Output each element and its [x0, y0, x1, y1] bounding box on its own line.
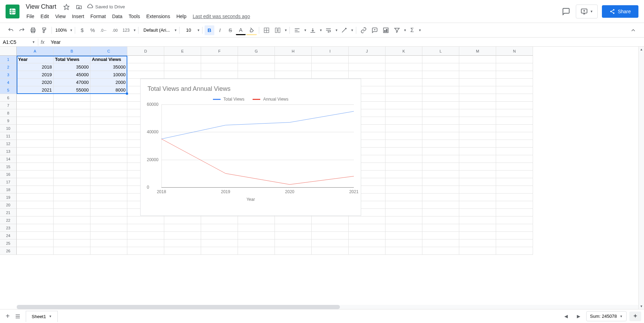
cell[interactable] [349, 216, 385, 224]
share-button[interactable]: Share [602, 5, 638, 18]
cell[interactable] [127, 224, 164, 232]
cell[interactable] [496, 171, 533, 178]
cell[interactable] [385, 232, 422, 239]
cell[interactable] [459, 224, 496, 232]
cell[interactable] [496, 201, 533, 209]
cell[interactable] [422, 132, 459, 140]
cell[interactable] [385, 117, 422, 125]
cell[interactable] [459, 247, 496, 255]
chart-icon[interactable] [381, 25, 391, 35]
cell[interactable] [90, 171, 127, 178]
cell[interactable] [385, 194, 422, 201]
cell[interactable] [385, 71, 422, 79]
cell[interactable] [54, 94, 90, 102]
selection-handle[interactable] [126, 93, 128, 95]
cell[interactable] [90, 201, 127, 209]
cell[interactable]: Annual Views [90, 56, 127, 63]
cell[interactable] [385, 140, 422, 148]
cell[interactable] [496, 216, 533, 224]
column-header[interactable]: C [90, 47, 127, 56]
cell[interactable] [496, 94, 533, 102]
cell[interactable] [54, 201, 90, 209]
cell[interactable] [90, 194, 127, 201]
cell[interactable] [54, 178, 90, 186]
cell[interactable]: 2018 [17, 63, 54, 71]
row-header[interactable]: 20 [0, 201, 17, 209]
cell[interactable] [312, 239, 349, 247]
cell[interactable] [90, 155, 127, 163]
row-header[interactable]: 6 [0, 94, 17, 102]
cell[interactable] [127, 232, 164, 239]
row-header[interactable]: 25 [0, 239, 17, 247]
cell[interactable] [496, 102, 533, 109]
cell[interactable]: 35000 [54, 63, 90, 71]
cell[interactable] [90, 232, 127, 239]
menu-view[interactable]: View [53, 12, 69, 21]
row-header[interactable]: 10 [0, 125, 17, 132]
cell[interactable] [496, 132, 533, 140]
cell[interactable] [201, 247, 238, 255]
print-icon[interactable] [28, 25, 38, 35]
cell[interactable] [385, 201, 422, 209]
cell[interactable] [54, 163, 90, 171]
cell[interactable]: 2021 [17, 86, 54, 94]
comment-icon[interactable] [369, 25, 380, 35]
cell[interactable] [201, 56, 238, 63]
rotate-button[interactable] [339, 25, 349, 35]
cell[interactable] [54, 132, 90, 140]
cell[interactable]: 45000 [54, 71, 90, 79]
formula-input[interactable] [48, 39, 644, 46]
cell[interactable] [90, 216, 127, 224]
cell[interactable] [54, 140, 90, 148]
cell[interactable] [54, 186, 90, 194]
chevron-down-icon[interactable]: ▼ [284, 29, 287, 32]
menu-extensions[interactable]: Extensions [143, 12, 173, 21]
cell[interactable] [385, 155, 422, 163]
format-123[interactable]: 123 [120, 25, 132, 35]
cell[interactable] [90, 186, 127, 194]
cell[interactable] [385, 125, 422, 132]
cell[interactable] [238, 71, 275, 79]
cell[interactable] [422, 102, 459, 109]
cell[interactable] [164, 224, 201, 232]
cell[interactable] [54, 232, 90, 239]
chevron-down-icon[interactable]: ▼ [404, 29, 407, 32]
cell[interactable] [17, 216, 54, 224]
embedded-chart[interactable]: Total Views and Annual Views Total Views… [140, 79, 361, 216]
cell[interactable] [385, 63, 422, 71]
chevron-down-icon[interactable]: ▼ [351, 29, 354, 32]
column-header[interactable]: N [496, 47, 533, 56]
row-header[interactable]: 5 [0, 86, 17, 94]
cell[interactable] [54, 148, 90, 155]
cell[interactable] [385, 109, 422, 117]
cell[interactable] [459, 178, 496, 186]
row-header[interactable]: 12 [0, 140, 17, 148]
cell[interactable] [90, 117, 127, 125]
star-icon[interactable] [62, 2, 71, 11]
wrap-button[interactable] [323, 25, 334, 35]
percent-icon[interactable]: % [88, 25, 97, 35]
cell[interactable] [349, 224, 385, 232]
cell[interactable] [459, 86, 496, 94]
cell[interactable] [496, 186, 533, 194]
cell[interactable] [17, 224, 54, 232]
menu-help[interactable]: Help [174, 12, 189, 21]
cell[interactable] [422, 194, 459, 201]
menu-file[interactable]: File [24, 12, 37, 21]
cell[interactable] [385, 102, 422, 109]
cell[interactable] [459, 232, 496, 239]
cell[interactable] [385, 94, 422, 102]
chevron-down-icon[interactable]: ▼ [319, 29, 323, 32]
cell[interactable] [496, 239, 533, 247]
cell[interactable] [459, 125, 496, 132]
scroll-down-icon[interactable]: ▼ [639, 304, 644, 309]
cell[interactable] [459, 140, 496, 148]
cell[interactable] [349, 63, 385, 71]
cell[interactable] [459, 102, 496, 109]
undo-icon[interactable] [6, 25, 16, 35]
cell[interactable] [422, 109, 459, 117]
cell[interactable] [422, 63, 459, 71]
column-header[interactable]: D [127, 47, 164, 56]
cell[interactable] [496, 63, 533, 71]
cell[interactable] [54, 109, 90, 117]
